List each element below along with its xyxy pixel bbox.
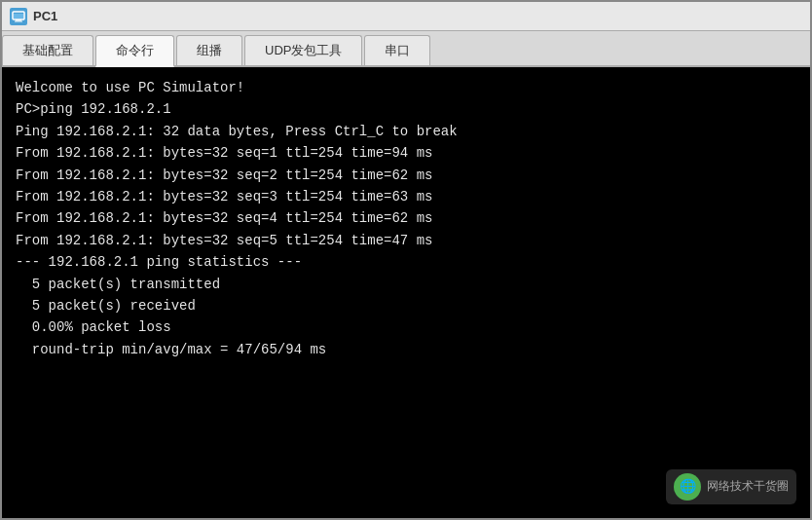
tab-cmd[interactable]: 命令行 bbox=[95, 35, 174, 67]
watermark-icon: 🌐 bbox=[674, 473, 701, 501]
terminal-line: 5 packet(s) transmitted bbox=[16, 274, 796, 295]
tab-multicast[interactable]: 组播 bbox=[176, 35, 242, 65]
tab-serial[interactable]: 串口 bbox=[364, 35, 430, 65]
terminal-line: --- 192.168.2.1 ping statistics --- bbox=[16, 251, 796, 273]
tab-udp[interactable]: UDP发包工具 bbox=[244, 35, 362, 65]
pc1-window: PC1 基础配置命令行组播UDP发包工具串口 Welcome to use PC… bbox=[0, 0, 812, 520]
terminal-area[interactable]: Welcome to use PC Simulator!PC>ping 192.… bbox=[2, 67, 810, 518]
terminal-line: Welcome to use PC Simulator! bbox=[16, 77, 796, 98]
svg-rect-2 bbox=[15, 20, 22, 21]
tab-basic[interactable]: 基础配置 bbox=[2, 35, 93, 65]
terminal-line: round-trip min/avg/max = 47/65/94 ms bbox=[16, 339, 796, 360]
watermark-text: 网络技术干货圈 bbox=[707, 477, 789, 496]
window-title: PC1 bbox=[33, 9, 57, 23]
terminal-line: Ping 192.168.2.1: 32 data bytes, Press C… bbox=[16, 121, 796, 142]
terminal-line: 5 packet(s) received bbox=[16, 295, 796, 316]
terminal-line: From 192.168.2.1: bytes=32 seq=3 ttl=254… bbox=[16, 186, 796, 207]
window-icon bbox=[10, 8, 27, 25]
watermark: 🌐 网络技术干货圈 bbox=[666, 469, 796, 504]
title-bar: PC1 bbox=[2, 2, 810, 31]
terminal-line: From 192.168.2.1: bytes=32 seq=4 ttl=254… bbox=[16, 207, 796, 229]
terminal-line: From 192.168.2.1: bytes=32 seq=2 ttl=254… bbox=[16, 165, 796, 186]
svg-rect-1 bbox=[16, 19, 21, 21]
terminal-line: From 192.168.2.1: bytes=32 seq=1 ttl=254… bbox=[16, 142, 796, 164]
terminal-line: 0.00% packet loss bbox=[16, 316, 796, 338]
tab-bar: 基础配置命令行组播UDP发包工具串口 bbox=[2, 31, 810, 67]
terminal-line: PC>ping 192.168.2.1 bbox=[16, 98, 796, 120]
terminal-line: From 192.168.2.1: bytes=32 seq=5 ttl=254… bbox=[16, 230, 796, 251]
svg-rect-3 bbox=[14, 14, 23, 19]
